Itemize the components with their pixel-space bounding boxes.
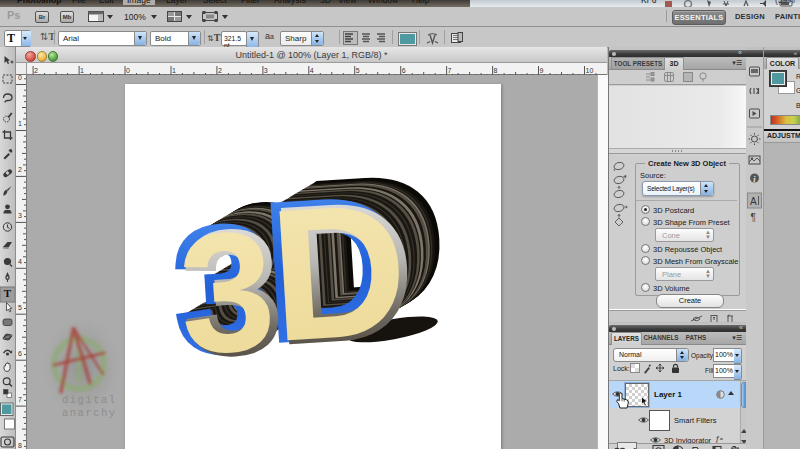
svg-text:2: 2 [18, 166, 22, 173]
svg-text:4: 4 [18, 258, 22, 265]
svg-text:¶: ¶ [751, 212, 756, 223]
svg-text:9: 9 [540, 67, 544, 74]
svg-text:A: A [750, 196, 757, 207]
svg-text:3: 3 [18, 212, 22, 219]
svg-text:3: 3 [264, 67, 268, 74]
svg-text:8: 8 [494, 67, 498, 74]
svg-text:10: 10 [586, 67, 594, 74]
svg-text:digital: digital [62, 394, 117, 406]
svg-text:4: 4 [310, 67, 314, 74]
svg-text:0: 0 [18, 74, 22, 81]
svg-text:1: 1 [172, 67, 176, 74]
svg-text:1: 1 [18, 120, 22, 127]
svg-text:8: 8 [18, 442, 22, 449]
svg-text:T: T [4, 287, 12, 299]
svg-text:7: 7 [448, 67, 452, 74]
svg-text:6: 6 [402, 67, 406, 74]
svg-text:0: 0 [126, 67, 130, 74]
svg-text:6: 6 [18, 350, 22, 357]
svg-text:2: 2 [218, 67, 222, 74]
svg-text:2: 2 [34, 67, 38, 74]
svg-text:7: 7 [18, 396, 22, 403]
svg-text:5: 5 [356, 67, 360, 74]
svg-text:anarchy: anarchy [62, 407, 117, 419]
svg-text:1: 1 [80, 67, 84, 74]
svg-text:5: 5 [18, 304, 22, 311]
